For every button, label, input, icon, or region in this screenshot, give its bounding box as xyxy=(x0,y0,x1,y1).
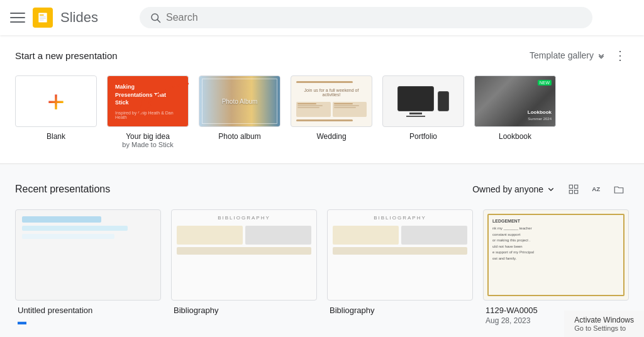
presentation-item-1[interactable]: Untitled presentation ▬ xyxy=(15,209,161,329)
search-input[interactable] xyxy=(166,12,582,23)
sort-btn[interactable]: AZ xyxy=(586,179,606,199)
presentation-item-2[interactable]: BIBLIOGRAPHY Bibliography xyxy=(171,209,317,329)
grid-view-btn[interactable] xyxy=(564,179,584,199)
templates-grid: + Blank MakingPresentations ThatStick In… xyxy=(15,75,629,148)
portfolio-monitor xyxy=(397,86,434,111)
activate-windows-banner: Activate Windows Go to Settings to xyxy=(564,311,644,337)
template-gallery-btn[interactable]: Template gallery xyxy=(530,50,606,60)
pres1-line1 xyxy=(22,216,101,223)
template-blank[interactable]: + Blank xyxy=(15,75,97,148)
wedding-col1 xyxy=(296,102,331,117)
template-lookbook-label: Lookbook xyxy=(499,132,531,141)
photoalbum-text: Photo Album xyxy=(222,98,258,105)
pres-thumb-3: BIBLIOGRAPHY xyxy=(327,209,473,301)
svg-line-6 xyxy=(157,19,160,22)
svg-rect-1 xyxy=(40,14,44,16)
presentations-grid-row1: Untitled presentation ▬ BIBLIOGRAPHY Bib… xyxy=(15,209,629,329)
lookbook-text: Lookbook Summer 2024 xyxy=(528,109,552,121)
template-bigidea-label: Your big idea xyxy=(126,132,170,141)
template-wedding-label: Wedding xyxy=(316,132,346,141)
template-portfolio-thumb xyxy=(382,75,464,127)
pres-thumb-2: BIBLIOGRAPHY xyxy=(171,209,317,301)
template-lookbook-thumb: NEW Lookbook Summer 2024 xyxy=(474,75,556,127)
svg-rect-4 xyxy=(40,19,44,20)
more-options-icon[interactable]: ⋮ xyxy=(611,45,629,65)
activate-subtitle: Go to Settings to xyxy=(574,324,634,332)
ledgement-border: LEDGEMENT nk my _______ teacherconstant … xyxy=(487,214,625,296)
pres1-meta: ▬ xyxy=(18,316,158,326)
hamburger-menu[interactable] xyxy=(10,10,25,25)
template-bigidea-sublabel: by Made to Stick xyxy=(122,141,173,148)
templates-section-title: Start a new presentation xyxy=(15,50,118,61)
template-photoalbum-label: Photo album xyxy=(218,132,260,141)
activate-title: Activate Windows xyxy=(574,316,634,324)
wedding-grid xyxy=(296,102,367,117)
svg-rect-9 xyxy=(575,185,578,188)
presentation-item-3[interactable]: BIBLIOGRAPHY Bibliography xyxy=(327,209,473,329)
pres-thumb-4: LEDGEMENT nk my _______ teacherconstant … xyxy=(483,209,629,301)
template-wedding[interactable]: Join us for a full weekend of activities… xyxy=(291,75,372,148)
ledgement-title: LEDGEMENT xyxy=(492,219,619,223)
bigidea-author-text: Inspired by Chip Heath & Dan Heath xyxy=(115,111,180,119)
dropdown-arrow-icon xyxy=(546,184,556,194)
app-header: Slides xyxy=(0,0,644,35)
template-gallery-label: Template gallery xyxy=(530,50,594,60)
folder-icon xyxy=(613,184,625,195)
search-icon xyxy=(150,12,161,23)
sort-icon: AZ xyxy=(591,184,602,195)
recent-section: Recent presentations Owned by anyone xyxy=(0,164,644,337)
pres2-header-text: BIBLIOGRAPHY xyxy=(218,215,270,221)
pres3-header-text: BIBLIOGRAPHY xyxy=(374,215,426,221)
pres3-block2 xyxy=(401,226,467,245)
owned-by-label: Owned by anyone xyxy=(472,184,543,194)
template-portfolio[interactable]: Portfolio xyxy=(382,75,464,148)
folder-btn[interactable] xyxy=(609,179,629,199)
plus-icon: + xyxy=(47,84,65,119)
recent-title: Recent presentations xyxy=(15,184,110,195)
header-left: Slides xyxy=(10,8,98,28)
pres2-block1 xyxy=(177,226,243,245)
pres2-grid xyxy=(177,226,311,245)
svg-rect-10 xyxy=(569,191,572,194)
ledgement-text: nk my _______ teacherconstant supportor … xyxy=(492,226,619,262)
pres2-name: Bibliography xyxy=(174,306,314,315)
svg-rect-8 xyxy=(569,185,572,188)
template-photoalbum-thumb: Photo Album xyxy=(199,75,280,127)
templates-header: Start a new presentation Template galler… xyxy=(15,45,629,65)
grid-view-icon xyxy=(568,184,579,195)
pres1-line2 xyxy=(22,226,128,231)
pres1-name: Untitled presentation xyxy=(18,306,158,315)
pres2-block2 xyxy=(245,226,311,245)
template-bigidea-thumb: MakingPresentations ThatStick Inspired b… xyxy=(107,75,189,127)
expand-icon xyxy=(596,50,606,60)
pres2-block3 xyxy=(177,247,311,255)
pres3-info: Bibliography xyxy=(327,301,473,318)
wedding-line2 xyxy=(296,119,353,121)
pres1-line3 xyxy=(22,234,114,239)
pres3-grid xyxy=(333,226,467,245)
app-name-label: Slides xyxy=(60,9,98,26)
portfolio-devices xyxy=(397,86,434,117)
template-blank-thumb: + xyxy=(15,75,97,127)
view-toggle: AZ xyxy=(564,179,629,199)
template-blank-label: Blank xyxy=(47,132,65,141)
owned-by-btn[interactable]: Owned by anyone xyxy=(472,184,556,194)
app-logo xyxy=(33,8,53,28)
template-photoalbum[interactable]: Photo Album Photo album xyxy=(199,75,280,148)
pres3-name: Bibliography xyxy=(330,306,470,315)
templates-section: Start a new presentation Template galler… xyxy=(0,35,644,164)
portfolio-phone xyxy=(438,91,449,111)
svg-rect-2 xyxy=(40,16,46,17)
pres1-slides-icon: ▬ xyxy=(18,316,26,326)
wedding-col2 xyxy=(333,102,367,117)
svg-rect-11 xyxy=(575,191,578,194)
template-bigidea[interactable]: MakingPresentations ThatStick Inspired b… xyxy=(107,75,189,148)
pres3-block1 xyxy=(333,226,399,245)
svg-rect-3 xyxy=(40,18,46,19)
wedding-text: Join us for a full weekend of activities… xyxy=(296,88,367,97)
template-lookbook[interactable]: NEW Lookbook Summer 2024 Lookbook xyxy=(474,75,556,148)
lookbook-tag: NEW xyxy=(538,80,552,86)
pres3-block3 xyxy=(333,247,467,255)
template-wedding-thumb: Join us for a full weekend of activities… xyxy=(291,75,372,127)
search-bar[interactable] xyxy=(140,7,592,28)
